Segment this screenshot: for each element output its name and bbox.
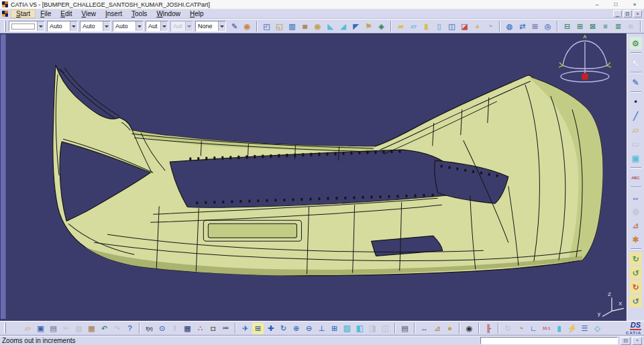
layer-filter-combo[interactable]: None <box>195 21 226 32</box>
menu-insert[interactable]: Insert <box>101 9 127 18</box>
split-icon[interactable]: ⇄ <box>517 21 528 32</box>
fly-mode-icon[interactable]: ✈ <box>239 323 251 334</box>
iso-view-icon[interactable]: ▧ <box>341 323 353 334</box>
formula-icon[interactable]: f(x) <box>144 323 155 334</box>
catalyst-icon[interactable]: ⚡ <box>566 323 578 334</box>
rib-icon[interactable]: ◪ <box>459 21 470 32</box>
new-document-icon[interactable]: □ <box>9 323 21 334</box>
ruler-icon[interactable]: ╟ <box>483 323 494 334</box>
layer-combo[interactable] <box>9 21 45 32</box>
point-icon[interactable]: • <box>629 95 642 108</box>
3d-viewport[interactable]: Z X y <box>0 34 627 321</box>
translate-icon[interactable]: ▥ <box>286 21 298 32</box>
render-tools-icon[interactable]: ▤ <box>399 323 411 334</box>
comment-icon[interactable]: ⊙ <box>156 323 168 334</box>
contact-constraint-icon[interactable]: ⊞ <box>574 21 586 32</box>
menu-edit[interactable]: Edit <box>56 9 76 18</box>
plane-icon[interactable]: ▱ <box>629 124 642 136</box>
measure-item-icon[interactable]: ⊿ <box>431 323 443 334</box>
save-icon[interactable]: ▣ <box>35 323 46 334</box>
work-grid-icon[interactable]: ⊞ <box>529 21 541 32</box>
lock-icon[interactable]: ◘ <box>207 323 219 334</box>
measure-icon[interactable]: ↔ <box>629 191 642 203</box>
flag-note-icon[interactable]: ⚑ <box>363 21 374 32</box>
fit-all-in-icon[interactable]: ⊞ <box>252 323 264 334</box>
toolbar-grip[interactable] <box>4 21 6 32</box>
pattern-icon[interactable]: ◤ <box>350 21 362 32</box>
zoom-in-icon[interactable]: ⊕ <box>290 323 302 334</box>
linetype-combo[interactable]: Auto <box>80 21 111 32</box>
print-icon[interactable]: ▤ <box>48 323 59 334</box>
relations-icon[interactable]: ∴ <box>195 323 206 334</box>
menu-help[interactable]: Help <box>185 9 209 18</box>
shaft-icon[interactable]: ▮ <box>421 21 432 32</box>
check-icon[interactable]: ≔ <box>220 323 231 334</box>
maximize-button[interactable]: □ <box>606 0 625 9</box>
power-input[interactable] <box>480 337 618 344</box>
menu-file[interactable]: File <box>36 9 56 18</box>
create-datum-icon[interactable]: ◇ <box>592 323 603 334</box>
menu-tools[interactable]: Tools <box>127 9 152 18</box>
mean-dimensions-icon[interactable]: 10.1 <box>541 323 552 334</box>
measure-item-icon[interactable]: ⊿ <box>629 219 642 232</box>
bounding-box-icon[interactable]: ▣ <box>629 152 642 164</box>
sections-icon[interactable]: ☰ <box>579 323 590 334</box>
thick-surface-icon[interactable]: ◈ <box>376 21 387 32</box>
command-history-button[interactable]: ⊡ <box>621 337 631 345</box>
pan-icon[interactable]: ✚ <box>265 323 276 334</box>
mirror-icon[interactable]: ◢ <box>337 21 349 32</box>
pocket-icon[interactable]: ▱ <box>408 21 419 32</box>
painter-icon[interactable]: ✎ <box>229 21 240 32</box>
color-combo[interactable]: Auto <box>47 21 78 32</box>
scroll-up-icon[interactable] <box>1 36 5 40</box>
thickness-combo[interactable]: Auto <box>113 21 144 32</box>
mdi-minimize-button[interactable]: _ <box>613 10 622 17</box>
symbol-combo[interactable]: Aut <box>146 21 168 32</box>
minimize-button[interactable]: – <box>588 0 606 9</box>
stiffener-icon[interactable]: ◔ <box>484 21 496 32</box>
pad-icon[interactable]: ▰ <box>395 21 407 32</box>
catalog-instantiate-icon[interactable]: ↺ <box>629 295 642 307</box>
measure-between-icon[interactable]: ↔ <box>419 323 430 334</box>
workbench-icon[interactable]: ⚙ <box>629 37 642 50</box>
rotate-body-icon[interactable]: ◙ <box>299 21 311 32</box>
compass[interactable] <box>559 36 611 82</box>
graphic-properties-icon[interactable]: ✱ <box>629 233 642 246</box>
design-table-icon[interactable]: ▦ <box>182 323 193 334</box>
line-icon[interactable]: ╱ <box>629 109 642 122</box>
hole-icon[interactable]: ◫ <box>446 21 458 32</box>
multi-view-icon[interactable]: ⊞ <box>329 323 340 334</box>
knowledge-inspector-icon[interactable]: ◔ <box>515 323 527 334</box>
fix-constraint-icon[interactable]: ⊠ <box>587 21 598 32</box>
select-icon[interactable]: ↖ <box>629 56 642 69</box>
undo-icon[interactable]: ↶ <box>99 323 110 334</box>
scaling-icon[interactable]: ◣ <box>325 21 336 32</box>
open-icon[interactable]: ▱ <box>22 323 34 334</box>
power-input-button[interactable]: ◔ <box>632 337 642 345</box>
rotate-icon[interactable]: ↻ <box>278 323 289 334</box>
compass-origin[interactable] <box>582 74 588 80</box>
offset-constraint-icon[interactable]: ≣ <box>612 21 624 32</box>
close-button[interactable]: × <box>625 0 644 9</box>
capture-icon[interactable]: ◉ <box>464 323 475 334</box>
sew-surface-icon[interactable]: ◍ <box>504 21 515 32</box>
bumper-model[interactable] <box>53 65 603 276</box>
menu-window[interactable]: Window <box>152 9 185 18</box>
render-style-icon[interactable]: ◧ <box>354 323 366 334</box>
paste-icon[interactable]: ▦ <box>86 323 97 334</box>
mdi-close-button[interactable]: × <box>633 10 642 17</box>
toolbar-grip[interactable] <box>4 323 6 334</box>
only-current-body-icon[interactable]: ▮ <box>553 323 565 334</box>
measure-inertia-icon[interactable]: ● <box>444 323 455 334</box>
sketcher-icon[interactable]: ✎ <box>629 76 642 89</box>
menu-start[interactable]: Start <box>11 9 36 18</box>
catalog-sync-icon[interactable]: ↻ <box>629 281 642 293</box>
normal-view-icon[interactable]: ⊥ <box>316 323 327 334</box>
coincidence-icon[interactable]: ≡ <box>600 21 611 32</box>
groove-icon[interactable]: ▯ <box>433 21 445 32</box>
menu-view[interactable]: View <box>76 9 101 18</box>
annotation-icon[interactable]: ABC <box>629 171 642 184</box>
symmetry-icon[interactable]: ◉ <box>312 21 323 32</box>
axis-system-icon[interactable]: ∟ <box>528 323 539 334</box>
slot-icon[interactable]: ◕ <box>472 21 483 32</box>
